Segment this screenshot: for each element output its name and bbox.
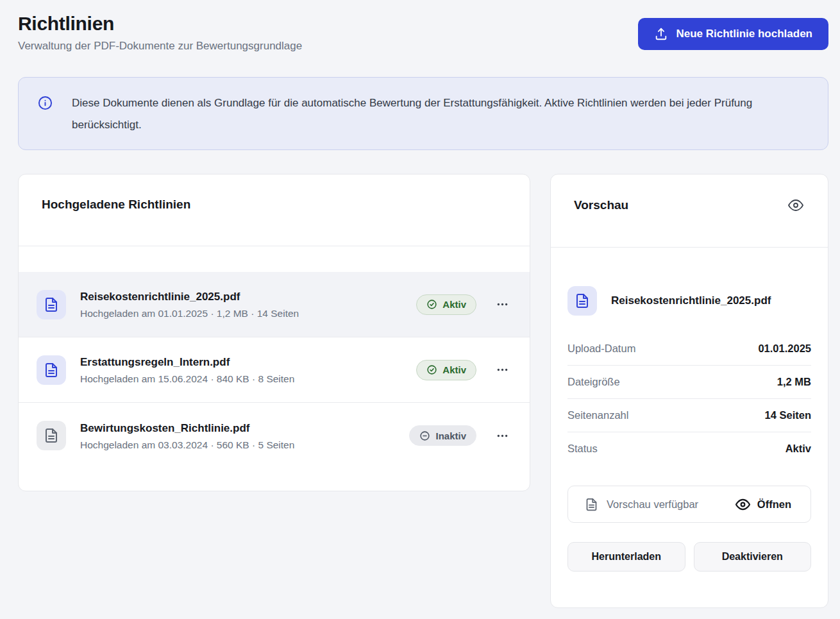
row-menu-button[interactable] — [493, 427, 512, 445]
pdf-file-icon — [37, 290, 66, 319]
preview-details: Upload-Datum 01.01.2025 Dateigröße 1,2 M… — [567, 332, 811, 465]
preview-availability-box: Vorschau verfügbar Öffnen — [567, 486, 811, 523]
preview-file-name: Reisekostenrichtlinie_2025.pdf — [611, 294, 771, 307]
pdf-file-icon — [37, 421, 66, 450]
document-row-bewirtungskosten[interactable]: Bewirtungskosten_Richtlinie.pdf Hochgela… — [19, 403, 530, 468]
status-badge-inactive: Inaktiv — [409, 425, 476, 446]
page-subtitle: Verwaltung der PDF-Dokumente zur Bewertu… — [18, 40, 302, 53]
document-info: Erstattungsregeln_Intern.pdf Hochgeladen… — [80, 355, 402, 385]
detail-value: 1,2 MB — [777, 376, 811, 388]
detail-value: 01.01.2025 — [758, 343, 811, 355]
preview-actions: Herunterladen Deaktivieren — [567, 542, 811, 572]
detail-label: Dateigröße — [567, 376, 620, 388]
row-menu-button[interactable] — [493, 360, 512, 379]
detail-row-dateigroesse: Dateigröße 1,2 MB — [567, 366, 811, 399]
file-icon — [585, 498, 598, 511]
deactivate-button[interactable]: Deaktivieren — [694, 542, 812, 572]
detail-value: Aktiv — [785, 443, 811, 455]
document-info: Reisekostenrichtlinie_2025.pdf Hochgelad… — [80, 289, 402, 319]
eye-icon — [735, 497, 750, 512]
document-meta: Hochgeladen am 01.01.2025 · 1,2 MB · 14 … — [80, 308, 402, 319]
detail-label: Upload-Datum — [567, 343, 635, 355]
preview-card: Vorschau Reisekostenrichtlinie_2025.pdf … — [550, 174, 828, 608]
detail-row-status: Status Aktiv — [567, 432, 811, 465]
detail-label: Seitenanzahl — [567, 409, 628, 421]
check-circle-icon — [426, 299, 437, 310]
richtlinien-page: Richtlinien Verwaltung der PDF-Dokumente… — [0, 0, 840, 619]
preview-card-header: Vorschau — [551, 174, 828, 248]
upload-policy-button[interactable]: Neue Richtlinie hochladen — [638, 18, 828, 50]
document-row-reisekostenrichtlinie[interactable]: Reisekostenrichtlinie_2025.pdf Hochgelad… — [19, 272, 530, 337]
info-banner: Diese Dokumente dienen als Grundlage für… — [18, 77, 828, 150]
detail-label: Status — [567, 443, 598, 455]
ellipsis-icon — [496, 429, 509, 443]
document-info: Bewirtungskosten_Richtlinie.pdf Hochgela… — [80, 421, 395, 451]
page-heading: Richtlinien Verwaltung der PDF-Dokumente… — [18, 12, 302, 53]
eye-icon — [788, 198, 803, 213]
detail-row-seitenanzahl: Seitenanzahl 14 Seiten — [567, 399, 811, 432]
preview-card-title: Vorschau — [574, 198, 628, 212]
row-menu-button[interactable] — [493, 295, 512, 314]
documents-card-title: Hochgeladene Richtlinien — [42, 198, 190, 212]
document-row-erstattungsregeln[interactable]: Erstattungsregeln_Intern.pdf Hochgeladen… — [19, 337, 530, 403]
pdf-file-icon — [37, 355, 66, 385]
check-circle-icon — [426, 364, 437, 375]
page-header: Richtlinien Verwaltung der PDF-Dokumente… — [18, 12, 828, 53]
ellipsis-icon — [496, 298, 509, 311]
pdf-file-icon — [567, 286, 597, 316]
documents-card-header: Hochgeladene Richtlinien — [19, 174, 530, 246]
detail-value: 14 Seiten — [765, 409, 811, 421]
documents-list: Reisekostenrichtlinie_2025.pdf Hochgelad… — [19, 246, 530, 491]
open-preview-button[interactable]: Öffnen — [735, 497, 791, 512]
upload-icon — [654, 27, 668, 41]
open-button-label: Öffnen — [757, 498, 791, 511]
minus-circle-icon — [419, 430, 430, 441]
document-meta: Hochgeladen am 03.03.2024 · 560 KB · 5 S… — [80, 439, 395, 451]
main-layout: Hochgeladene Richtlinien Reisekostenrich… — [18, 174, 828, 608]
documents-card: Hochgeladene Richtlinien Reisekostenrich… — [18, 174, 530, 491]
preview-toggle-button[interactable] — [788, 198, 803, 213]
document-name: Reisekostenrichtlinie_2025.pdf — [80, 289, 402, 305]
upload-button-label: Neue Richtlinie hochladen — [676, 28, 812, 40]
preview-file-row: Reisekostenrichtlinie_2025.pdf — [567, 286, 811, 316]
preview-available-label: Vorschau verfügbar — [607, 498, 698, 511]
ellipsis-icon — [496, 363, 509, 377]
preview-body: Reisekostenrichtlinie_2025.pdf Upload-Da… — [551, 248, 828, 607]
document-meta: Hochgeladen am 15.06.2024 · 840 KB · 8 S… — [80, 373, 402, 385]
detail-row-upload-datum: Upload-Datum 01.01.2025 — [567, 332, 811, 366]
info-icon — [38, 96, 53, 110]
status-badge-active: Aktiv — [416, 360, 476, 380]
info-banner-text: Diese Dokumente dienen als Grundlage für… — [72, 92, 790, 136]
document-name: Erstattungsregeln_Intern.pdf — [80, 355, 402, 370]
page-title: Richtlinien — [18, 12, 302, 36]
download-button[interactable]: Herunterladen — [567, 542, 685, 572]
document-name: Bewirtungskosten_Richtlinie.pdf — [80, 421, 395, 436]
status-badge-active: Aktiv — [416, 294, 476, 315]
